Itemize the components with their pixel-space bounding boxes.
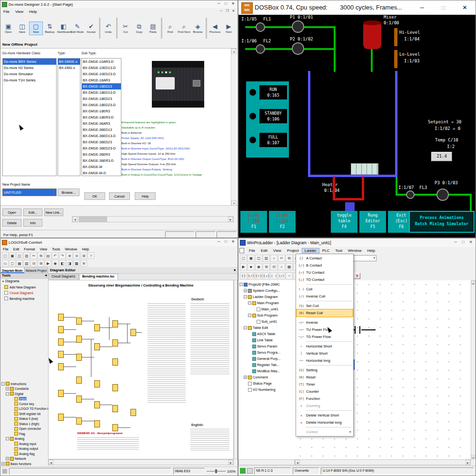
menu-item[interactable]: Tool [332,248,345,253]
menu-option[interactable]: (/) Inverse Coil [297,293,353,300]
horizontal-scrollbar[interactable]: ◀ ▶ [48,459,234,465]
menu-item[interactable]: File [0,247,11,251]
subtype-option[interactable]: BX-DM1E-18ED23 [82,96,121,102]
instruction-item[interactable]: − Instructions [0,381,48,387]
tree-item[interactable]: Main_unit1 [238,306,295,312]
instruction-item[interactable]: Analog flag [0,451,48,456]
menu-item[interactable]: Window [62,247,79,251]
instruction-item[interactable]: + Constants [0,387,48,392]
menu-option[interactable]: (S) Set Coil [297,302,353,309]
vertical-scrollbar[interactable] [234,280,238,459]
subtype-option[interactable]: BX-DM1E-36ED13-D [82,133,121,139]
subtype-option[interactable]: BX-DM1E-M-D [82,170,121,176]
subtype-option[interactable]: BX-DM1E-10ED23-D [82,71,121,77]
menu-option[interactable] [306,301,352,301]
toolbar-button[interactable] [99,18,100,39]
instruction-item[interactable]: Shift register bit [0,411,48,416]
launchpad-button[interactable]: Edit... [23,208,42,216]
menu-option[interactable] [306,341,352,342]
key-f2[interactable]: S2=NOI:101F2 [269,211,296,233]
coil-tool[interactable]: ( ) [270,272,278,279]
tree-item[interactable]: Sub_unit1 [238,318,295,325]
panel-button[interactable]: FULL0:107 [259,133,287,147]
block-icon[interactable]: ▦ [16,260,23,267]
save-icon[interactable]: ◫ [255,255,262,262]
menu-option[interactable]: ┤↓├ TD Contact [297,276,353,283]
menu-option[interactable]: ┤/├ B Contact [297,262,353,269]
tree-item[interactable]: ModBus Mas... [238,368,295,374]
instruction-item[interactable]: LOGO! TD Function key [0,407,48,412]
subtype-option[interactable]: BX-DM1E-36ED13 [82,127,121,133]
menu-item[interactable]: Tools [50,247,62,251]
tree-item[interactable]: Servo Progra... [238,349,295,356]
stop-icon[interactable]: ■ [248,263,255,270]
menu-item[interactable]: Edit [11,247,22,251]
child-close-button[interactable]: ✕ [230,9,237,13]
tree-item[interactable]: ASCII Table [238,331,295,337]
instruction-item[interactable]: Status 0 (low) [0,416,48,422]
scroll-up-icon[interactable]: ▲ [471,281,475,285]
instruction-item[interactable]: − Analog [0,436,48,442]
b-contact-tool[interactable]: ┤/├ [248,272,255,279]
subtype-option[interactable]: BX-DM1E-18ED13-D [82,89,121,96]
save-button[interactable]: ◫ Save [15,21,29,35]
tree-item[interactable]: General Purp... [238,356,295,362]
maximize-button[interactable]: □ [222,1,229,6]
menu-option[interactable]: │ Vertical Short [297,350,353,357]
accept-button[interactable]: ✔ Accept [84,21,98,35]
scroll-down-icon[interactable]: ▼ [471,455,475,459]
td-contact-tool[interactable]: ┤↓├ [263,272,270,279]
copy-icon[interactable]: ⧉ [286,255,293,262]
menu-option[interactable] [306,317,352,318]
close-button[interactable]: ✕ [454,0,476,15]
close-button[interactable]: ✕ [229,1,237,6]
toolbar-button[interactable] [206,18,207,39]
minimize-button[interactable]: ─ [411,0,433,15]
document-tab[interactable]: Circuit Diagram1 [48,274,79,280]
connector-icon[interactable]: ◻ [9,260,16,267]
minimize-button[interactable]: ─ [215,1,222,6]
launchpad-button[interactable]: Delete [2,219,21,227]
menu-option[interactable]: [R] Reset [297,374,353,381]
scroll-right-icon[interactable]: ▶ [228,460,233,465]
bending-machine-item[interactable]: Bending machine [0,296,48,301]
subtype-option[interactable]: BX-DM1E-M [82,164,121,170]
close-button[interactable]: ✕ [467,240,475,244]
cut-icon[interactable]: ✂ [30,252,37,259]
collapse-icon[interactable]: ◀ [45,274,47,278]
instruction-item[interactable]: Open connector [0,426,48,432]
panel-button[interactable]: RUN0:165 [259,85,287,99]
menu-option[interactable] [306,410,352,411]
copy-icon[interactable]: ⧉ [38,252,44,259]
launchpad-button[interactable]: New Link... [44,208,63,216]
split-icon[interactable]: ⊟ [30,260,37,267]
subtype-option[interactable]: BX-DM1E-18ED23-D [82,102,121,108]
menu-option[interactable]: ─ Horizontal Short [297,343,353,350]
key-f5[interactable]: RungEditorF5 [359,211,386,233]
menu-option[interactable]: [S] Setting [297,367,353,374]
hardware-class-option[interactable]: Do-more T1H Series [3,77,56,83]
menu-option[interactable]: ✕ Delete Vertical Short [297,412,353,419]
menu-item[interactable]: File [246,248,258,253]
new-icon[interactable]: ▢ [240,255,247,262]
menu-option[interactable]: ┤├ A Contact [297,255,353,262]
backup-button[interactable]: ⇅ Backup [43,21,57,35]
paste-button[interactable]: ▤ Paste [146,21,160,35]
menu-option[interactable]: Control [297,428,353,436]
child-minimize-button[interactable]: ─ [218,9,224,12]
scroll-left-icon[interactable]: ◀ [295,460,300,465]
launchpad-button[interactable]: Open [2,208,21,216]
tree-item[interactable]: + System Configu... [238,288,295,294]
menu-item[interactable]: Edit [258,248,270,253]
menu-item[interactable]: View [12,10,26,14]
text-icon[interactable]: ▧ [23,260,30,267]
find-button[interactable]: ⌕ Find [163,21,177,35]
subtype-option[interactable]: BX-DM1E-36AR3 [82,120,121,127]
tree-item[interactable]: Link Table [238,337,295,343]
simulate-icon[interactable]: ▶ [45,260,51,267]
menu-item[interactable]: Help [364,248,377,253]
horizontal-scrollbar[interactable]: ◀ ▶ [72,216,234,222]
maximize-button[interactable]: □ [222,239,229,244]
menu-option[interactable]: [F] Function [297,395,353,402]
mode-tab[interactable]: Network Project [24,267,48,273]
